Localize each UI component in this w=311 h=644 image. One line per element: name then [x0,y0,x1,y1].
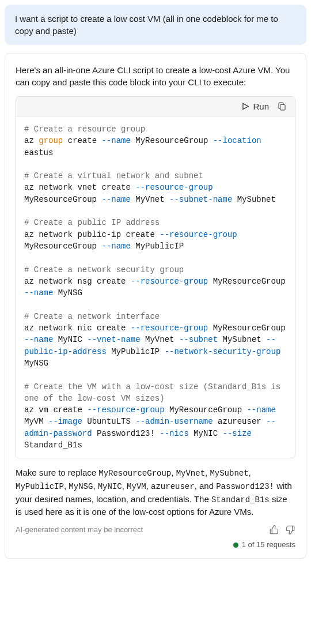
code-toolbar: Run [16,97,295,116]
feedback-buttons [269,525,295,535]
play-icon [242,103,249,110]
assistant-footer: AI-generated content may be incorrect [16,525,295,535]
user-message-text: I want a script to create a low cost VM … [15,14,278,36]
run-button[interactable]: Run [242,101,269,111]
status-dot-icon [233,543,238,548]
thumbs-up-button[interactable] [269,525,279,535]
svg-rect-0 [280,105,286,110]
run-button-label: Run [253,101,269,111]
thumbs-down-button[interactable] [285,525,295,535]
thumbs-up-icon [269,525,279,535]
copy-icon [277,101,287,111]
requests-count: 1 of 15 requests [242,540,295,550]
requests-status: 1 of 15 requests [16,540,295,550]
user-message: I want a script to create a low cost VM … [5,5,306,45]
ai-disclaimer: AI-generated content may be incorrect [16,525,143,535]
assistant-intro: Here's an all-in-one Azure CLI script to… [16,64,295,88]
copy-button[interactable] [277,101,287,111]
code-block-container: Run # Create a resource group az group c… [16,96,295,458]
assistant-message: Here's an all-in-one Azure CLI script to… [5,53,306,559]
thumbs-down-icon [285,525,295,535]
assistant-outro: Make sure to replace MyResourceGroup, My… [16,466,295,518]
code-block: # Create a resource group az group creat… [16,116,295,458]
